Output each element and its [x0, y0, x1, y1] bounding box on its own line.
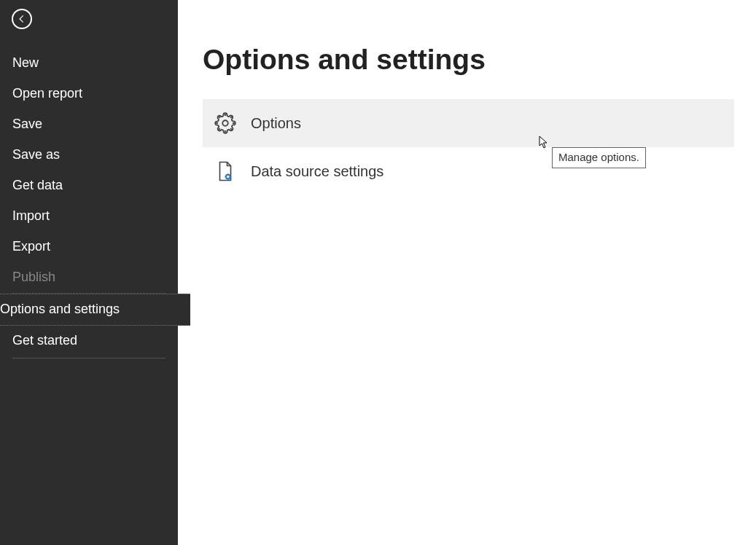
option-label-options: Options	[251, 115, 301, 132]
back-arrow-icon	[17, 14, 27, 24]
option-label-data-source-settings: Data source settings	[251, 163, 383, 180]
sidebar-item-import[interactable]: Import	[0, 201, 178, 232]
sidebar: New Open report Save Save as Get data Im…	[0, 0, 178, 545]
sidebar-item-get-started[interactable]: Get started	[0, 326, 178, 356]
sidebar-item-save-as[interactable]: Save as	[0, 140, 178, 170]
sidebar-item-export[interactable]: Export	[0, 232, 178, 262]
sidebar-item-options-and-settings[interactable]: Options and settings	[0, 294, 190, 326]
option-item-data-source-settings[interactable]: Data source settings	[203, 147, 734, 195]
sidebar-item-save[interactable]: Save	[0, 109, 178, 140]
main-panel: Options and settings Options Data source…	[178, 0, 756, 545]
gear-icon	[214, 112, 236, 134]
page-title: Options and settings	[203, 44, 734, 76]
sidebar-item-publish: Publish	[0, 262, 178, 293]
tooltip: Manage options.	[552, 147, 646, 168]
sidebar-separator-bottom	[12, 358, 165, 358]
svg-point-0	[222, 120, 228, 126]
svg-point-1	[226, 175, 230, 179]
sidebar-item-open-report[interactable]: Open report	[0, 79, 178, 109]
sidebar-item-new[interactable]: New	[0, 48, 178, 79]
sidebar-item-get-data[interactable]: Get data	[0, 170, 178, 201]
document-gear-icon	[214, 160, 236, 182]
back-button[interactable]	[12, 9, 32, 29]
option-item-options[interactable]: Options	[203, 99, 734, 147]
